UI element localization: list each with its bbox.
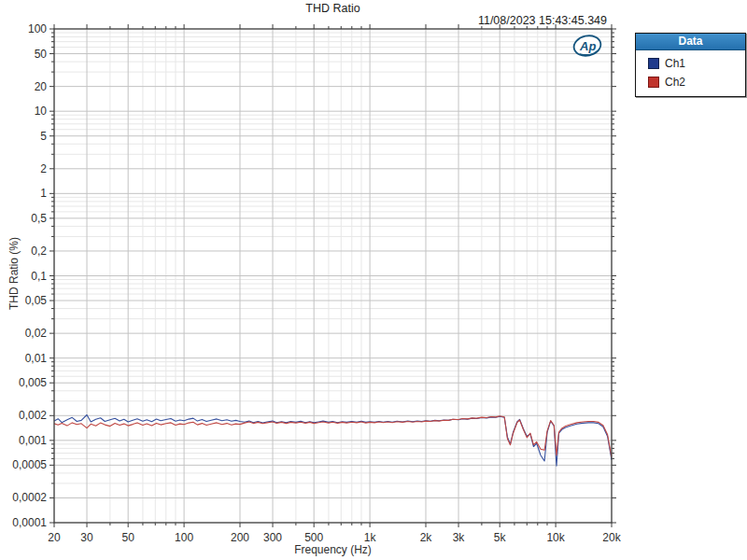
grid-lines xyxy=(54,29,612,523)
y-tick-label: 0,0005 xyxy=(12,458,47,471)
y-axis-title: THD Ratio (%) xyxy=(7,237,21,310)
y-tick-label: 0,05 xyxy=(25,294,48,307)
x-tick-label: 30 xyxy=(80,531,93,544)
y-tick-label: 20 xyxy=(35,80,48,93)
y-tick-label: 0,02 xyxy=(25,327,48,340)
x-tick-label: 300 xyxy=(263,531,282,544)
y-tick-label: 10 xyxy=(35,105,48,118)
legend-items: Ch1 Ch2 xyxy=(636,50,745,96)
y-tick-label: 1 xyxy=(40,187,47,200)
y-tick-label: 0,0002 xyxy=(12,491,47,504)
x-tick-label: 3k xyxy=(453,531,466,544)
x-tick-label: 1k xyxy=(364,531,377,544)
x-tick-label: 2k xyxy=(420,531,433,544)
y-tick-label: 2 xyxy=(40,162,47,175)
y-tick-label: 0,2 xyxy=(31,245,47,258)
y-tick-label: 0,005 xyxy=(19,376,47,389)
x-tick-label: 100 xyxy=(175,531,193,544)
y-tick-label: 0,1 xyxy=(31,270,47,283)
legend-item-ch2[interactable]: Ch2 xyxy=(636,73,745,91)
y-tick-label: 0,01 xyxy=(25,352,48,365)
x-tick-label: 20k xyxy=(602,531,621,544)
legend-label-ch1: Ch1 xyxy=(665,57,685,70)
x-tick-label: 200 xyxy=(231,531,249,544)
x-axis-title: Frequency (Hz) xyxy=(54,543,612,556)
y-tick-label: 0,002 xyxy=(19,409,47,422)
ch2-color-swatch-icon xyxy=(648,77,659,88)
legend-header[interactable]: Data xyxy=(636,34,745,50)
x-tick-label: 20 xyxy=(48,531,61,544)
x-tick-label: 10k xyxy=(546,531,565,544)
y-tick-label: 0,0001 xyxy=(12,516,47,529)
ap-logo-text: Ap xyxy=(579,39,596,53)
x-tick-label: 5k xyxy=(494,531,507,544)
x-tick-label: 50 xyxy=(122,531,135,544)
legend-item-ch1[interactable]: Ch1 xyxy=(636,54,745,73)
ch1-color-swatch-icon xyxy=(648,58,659,69)
y-tick-label: 5 xyxy=(40,130,47,143)
trace-ch2 xyxy=(54,416,612,457)
axis-tick-labels: 2030501002003005001k2k3k5k10k20k10050201… xyxy=(12,22,621,544)
thd-ratio-graph-window: THD Ratio 11/08/2023 15:43:45.349 203050… xyxy=(0,0,747,560)
y-tick-label: 100 xyxy=(28,22,47,35)
y-tick-label: 0,5 xyxy=(31,212,47,225)
legend-label-ch2: Ch2 xyxy=(665,76,685,89)
y-tick-label: 50 xyxy=(35,48,48,61)
legend-panel[interactable]: Data Ch1 Ch2 xyxy=(635,33,746,97)
y-tick-label: 0,001 xyxy=(19,434,47,447)
x-tick-label: 500 xyxy=(304,531,323,544)
